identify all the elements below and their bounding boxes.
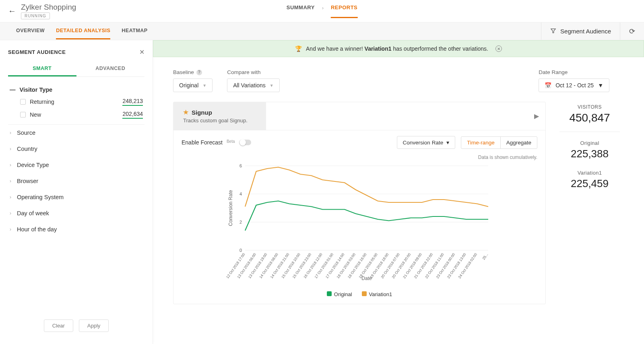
filter-visitor-type-header[interactable]: — Visitor Type (8, 84, 144, 95)
visitors-value: 450,847 (555, 111, 624, 124)
visitors-label: VISITORS (555, 104, 624, 110)
sidebar-tabs: SMART ADVANCED (8, 62, 144, 77)
legend: Original Variation1 (173, 289, 545, 304)
baseline-value: Original (179, 82, 198, 89)
segment-audience-button[interactable]: Segment Audience (541, 23, 620, 40)
goal-next-button[interactable]: ▶ (528, 102, 545, 130)
subtab-heatmap[interactable]: HEATMAP (122, 23, 147, 39)
stats-panel: VISITORS 450,847 Original 225,388 Variat… (555, 102, 624, 304)
caret-down-icon: ▼ (270, 83, 274, 88)
chart-holder: 0246Conversion Rate12 Oct 2018 17:0013 O… (173, 162, 545, 289)
filter-browser[interactable]: ›Browser (8, 173, 144, 189)
tab-summary[interactable]: SUMMARY (287, 4, 315, 18)
goal-title: ★ Signup (183, 109, 256, 116)
chevron-right-icon: › (10, 210, 11, 216)
baseline-group: Baseline ? Original ▼ (173, 69, 213, 92)
chevron-right-icon: › (322, 5, 324, 17)
svg-text:25...: 25... (481, 252, 489, 260)
refresh-icon: ⟳ (629, 27, 635, 36)
timerange-button[interactable]: Time-range (461, 137, 500, 148)
filter-visitor-type-label: Visitor Type (20, 87, 53, 93)
compare-value: All Variations (233, 82, 266, 89)
svg-text:0: 0 (239, 248, 242, 253)
goal-header: ★ Signup Tracks custom goal Signup. ▶ (173, 102, 545, 130)
svg-text:2: 2 (239, 220, 242, 225)
compare-label: Compare with (227, 69, 280, 75)
apply-button[interactable]: Apply (79, 319, 109, 332)
cumulative-note: Data is shown cumulatively. (173, 154, 545, 162)
filter-label: Country (17, 146, 37, 152)
filter-row-returning[interactable]: Returning 248,213 (8, 95, 144, 108)
sidebar-tab-advanced[interactable]: ADVANCED (76, 62, 145, 76)
help-icon[interactable]: ? (196, 70, 202, 75)
legend-original-label: Original (334, 291, 352, 297)
filter-country[interactable]: ›Country (8, 141, 144, 157)
refresh-button[interactable]: ⟳ (620, 23, 644, 40)
filter-source[interactable]: ›Source (8, 125, 144, 141)
banner-close-icon[interactable]: ✕ (495, 45, 502, 52)
aggregate-button[interactable]: Aggregate (500, 137, 537, 148)
stat-variation1: Variation1 225,459 (555, 167, 624, 197)
checkbox-new[interactable] (20, 112, 26, 117)
filter-day-of-week[interactable]: ›Day of week (8, 205, 144, 221)
filter-label: Source (17, 130, 35, 136)
sidebar-tab-smart[interactable]: SMART (8, 62, 76, 76)
close-icon[interactable]: ✕ (139, 48, 144, 56)
stat-visitors: VISITORS 450,847 (555, 102, 624, 132)
filter-new-label: New (30, 111, 41, 118)
clear-button[interactable]: Clear (44, 319, 73, 332)
subtab-detailed-analysis[interactable]: DETAILED ANALYSIS (56, 23, 110, 39)
compare-group: Compare with All Variations ▼ (227, 69, 280, 92)
beta-badge: Beta (227, 139, 235, 144)
filter-label: Day of week (17, 210, 49, 216)
filter-row-new[interactable]: New 202,634 (8, 108, 144, 121)
sidebar-footer: Clear Apply (8, 311, 144, 344)
original-value: 225,388 (555, 148, 624, 160)
filter-device-type[interactable]: ›Device Type (8, 157, 144, 173)
swatch-variation1 (362, 291, 367, 296)
forecast-label: Enable Forecast (182, 139, 223, 146)
back-arrow-icon[interactable]: ← (8, 6, 16, 16)
tab-reports[interactable]: REPORTS (331, 4, 357, 18)
winner-banner: 🏆 And we have a winner! Variation1 has o… (153, 40, 644, 57)
compare-dropdown[interactable]: All Variations ▼ (227, 78, 280, 92)
stat-separator (559, 132, 620, 132)
variation1-label: Variation1 (555, 170, 624, 176)
goal-desc: Tracks custom goal Signup. (183, 117, 256, 124)
chevron-right-icon: ▶ (534, 112, 539, 120)
variation1-value: 225,459 (555, 177, 624, 190)
calendar-icon: 📅 (545, 82, 551, 89)
date-range-group: Date Range 📅 Oct 12 - Oct 25 ▼ (539, 69, 609, 92)
date-range-picker[interactable]: 📅 Oct 12 - Oct 25 ▼ (539, 78, 609, 92)
date-range-label: Date Range (539, 69, 609, 75)
legend-variation1: Variation1 (362, 291, 392, 297)
content: 🏆 And we have a winner! Variation1 has o… (153, 40, 644, 344)
filter-label: Browser (17, 178, 38, 184)
forecast-toggle[interactable] (239, 140, 251, 145)
svg-text:Date: Date (361, 276, 372, 281)
baseline-dropdown[interactable]: Original ▼ (173, 78, 213, 92)
chart-card: ★ Signup Tracks custom goal Signup. ▶ En… (173, 102, 546, 304)
minus-icon: — (10, 87, 16, 93)
metric-dropdown[interactable]: Conversion Rate ▾ (397, 136, 456, 149)
svg-text:Conversion Rate: Conversion Rate (228, 190, 233, 226)
chevron-right-icon: › (10, 146, 11, 152)
forecast-group: Enable Forecast Beta (182, 139, 251, 146)
header: ← Zylker Shopping RUNNING SUMMARY › REPO… (0, 0, 644, 23)
filter-operating-system[interactable]: ›Operating System (8, 189, 144, 205)
filter-returning-label: Returning (30, 99, 54, 105)
subtab-overview[interactable]: OVERVIEW (16, 23, 45, 39)
goal-box: ★ Signup Tracks custom goal Signup. (173, 102, 266, 130)
filter-hour-of-the-day[interactable]: ›Hour of the day (8, 221, 144, 237)
view-toggle-group: Time-range Aggregate (461, 136, 537, 149)
banner-text: And we have a winner! Variation1 has out… (306, 45, 488, 52)
filter-visitor-type: — Visitor Type Returning 248,213 New 202… (8, 81, 144, 125)
banner-suffix: has outperformed the other variations. (393, 45, 488, 52)
caret-down-icon: ▼ (202, 83, 206, 88)
legend-original: Original (327, 291, 352, 297)
sidebar-header: SEGMENT AUDIENCE ✕ (8, 48, 144, 56)
svg-text:4: 4 (239, 192, 242, 196)
line-chart: 0246Conversion Rate12 Oct 2018 17:0013 O… (182, 162, 537, 282)
checkbox-returning[interactable] (20, 99, 26, 105)
banner-prefix: And we have a winner! (306, 45, 363, 52)
